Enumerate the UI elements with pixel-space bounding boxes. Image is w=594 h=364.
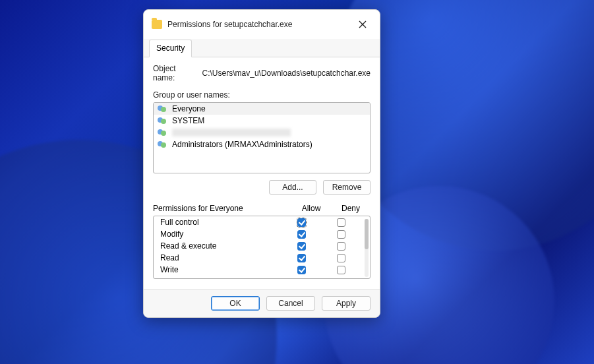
folder-icon — [152, 20, 162, 29]
allow-checkbox[interactable] — [297, 254, 306, 262]
allow-column-header: Allow — [291, 204, 331, 213]
deny-column-header: Deny — [331, 204, 371, 213]
dialog-footer: OK Cancel Apply — [144, 289, 380, 317]
deny-checkbox[interactable] — [337, 242, 345, 251]
permission-name: Read & execute — [160, 241, 282, 251]
permission-name: Read — [160, 253, 282, 262]
close-icon — [359, 20, 367, 28]
list-item-label: Administrators (MRMAX\Administrators) — [172, 140, 312, 149]
tabstrip: Security — [144, 39, 380, 57]
group-buttons-row: Add... Remove — [153, 180, 371, 195]
group-list-label: Group or user names: — [153, 90, 371, 100]
permissions-header: Permissions for Everyone Allow Deny — [153, 204, 371, 213]
users-icon — [158, 116, 168, 125]
deny-checkbox[interactable] — [337, 218, 345, 227]
tab-security[interactable]: Security — [149, 40, 192, 57]
deny-checkbox[interactable] — [337, 254, 345, 262]
permission-row: Write — [154, 264, 370, 276]
list-item[interactable]: Administrators (MRMAX\Administrators) — [154, 138, 370, 150]
list-item-label: Everyone — [172, 104, 206, 113]
allow-checkbox[interactable] — [297, 266, 306, 274]
users-icon — [158, 104, 168, 113]
group-user-listbox[interactable]: EveryoneSYSTEMAdministrators (MRMAX\Admi… — [153, 102, 371, 173]
list-item-label: SYSTEM — [172, 116, 204, 125]
permission-row: Modify — [154, 228, 370, 240]
permissions-dialog: Permissions for setupcatchchar.exe Secur… — [143, 9, 380, 318]
permission-row: Read — [154, 252, 370, 264]
list-item[interactable]: SYSTEM — [154, 115, 370, 127]
window-title: Permissions for setupcatchchar.exe — [167, 20, 292, 29]
list-item[interactable] — [154, 127, 370, 138]
titlebar: Permissions for setupcatchchar.exe — [144, 10, 380, 39]
users-icon — [158, 140, 168, 149]
object-name-row: Object name: C:\Users\mav_u\Downloads\se… — [153, 64, 371, 82]
permission-row: Full control — [154, 216, 370, 228]
add-button[interactable]: Add... — [269, 180, 316, 195]
remove-button[interactable]: Remove — [323, 180, 371, 195]
object-name-label: Object name: — [153, 64, 193, 82]
object-name-value: C:\Users\mav_u\Downloads\setupcatchchar.… — [202, 69, 371, 78]
permission-name: Full control — [160, 218, 282, 227]
allow-checkbox[interactable] — [297, 218, 306, 227]
scrollbar-thumb[interactable] — [365, 219, 369, 249]
permissions-title: Permissions for Everyone — [153, 204, 291, 213]
permission-name: Modify — [160, 229, 282, 239]
permission-row: Read & execute — [154, 240, 370, 252]
deny-checkbox[interactable] — [337, 266, 345, 274]
apply-button[interactable]: Apply — [322, 296, 371, 311]
permission-name: Write — [160, 265, 282, 274]
redacted-user-name — [172, 129, 291, 136]
cancel-button[interactable]: Cancel — [266, 296, 315, 311]
allow-checkbox[interactable] — [297, 242, 306, 251]
close-button[interactable] — [351, 15, 374, 34]
deny-checkbox[interactable] — [337, 230, 345, 239]
scrollbar[interactable] — [365, 219, 369, 277]
tab-content: Object name: C:\Users\mav_u\Downloads\se… — [144, 57, 380, 289]
permissions-listbox: Full controlModifyRead & executeReadWrit… — [153, 216, 371, 279]
users-icon — [158, 128, 168, 137]
ok-button[interactable]: OK — [211, 296, 260, 311]
allow-checkbox[interactable] — [297, 230, 306, 239]
list-item[interactable]: Everyone — [154, 103, 370, 115]
